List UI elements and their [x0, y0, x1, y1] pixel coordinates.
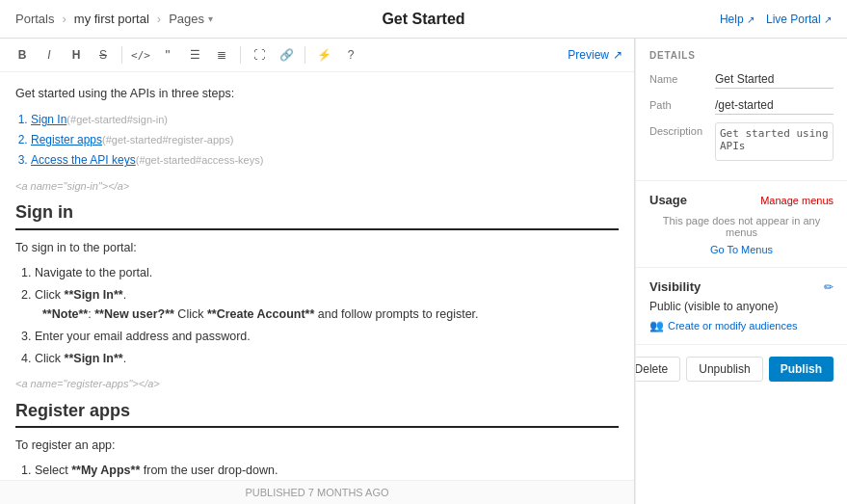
italic-button[interactable]: I [39, 44, 60, 66]
list-item: Register apps(#get-started#register-apps… [31, 131, 619, 149]
manage-menus-link[interactable]: Manage menus [760, 195, 834, 206]
details-section-label: DETAILS [649, 50, 834, 61]
toolbar-separator-3 [304, 46, 305, 64]
actions-section: Delete Unpublish Publish [636, 345, 847, 393]
list-item: Click **Sign In**. **Note**: **New user?… [35, 285, 619, 324]
audience-link[interactable]: 👥 Create or modify audiences [649, 319, 834, 332]
usage-section: Usage Manage menus This page does not ap… [636, 181, 847, 268]
pages-dropdown[interactable]: Pages ▾ [169, 12, 213, 26]
description-textarea[interactable]: Get started using APIs [715, 122, 834, 161]
toolbar-separator-2 [240, 46, 241, 64]
edit-icon[interactable]: ✏ [824, 280, 834, 294]
description-field-row: Description Get started using APIs [649, 122, 834, 161]
path-input[interactable] [715, 96, 834, 115]
list-item: Enter your email address and password. [35, 327, 619, 346]
register-apps-intro: To register an app: [15, 436, 619, 455]
list-item: Navigate to the portal. [35, 263, 619, 282]
strikethrough-button[interactable]: S [93, 44, 114, 66]
usage-empty-text: This page does not appear in any menus [649, 215, 834, 238]
heading-button[interactable]: H [66, 44, 87, 66]
list-item: Click **Sign In**. [35, 349, 619, 368]
editor-toolbar: B I H S </> " ☰ ≣ ⛶ 🔗 ⚡ ? Preview ↗ [0, 39, 634, 72]
name-label: Name [649, 70, 707, 85]
visibility-header: Visibility ✏ [649, 279, 834, 294]
page-title-nav: Get Started [382, 11, 464, 28]
code-button[interactable]: </> [130, 44, 151, 66]
publish-button[interactable]: Publish [769, 357, 834, 382]
description-label: Description [649, 122, 707, 137]
list-item: Sign In(#get-started#sign-in) [31, 111, 619, 129]
link-button[interactable]: 🔗 [276, 44, 297, 66]
portal-name: my first portal [74, 12, 149, 26]
preview-icon: ↗ [613, 48, 622, 62]
quote-button[interactable]: " [157, 44, 178, 66]
live-portal-link[interactable]: Live Portal ↗ [766, 13, 832, 26]
portals-link[interactable]: Portals [15, 12, 54, 26]
toolbar-separator [121, 46, 122, 64]
lightning-button[interactable]: ⚡ [313, 44, 334, 66]
sign-in-heading: Sign in [15, 199, 619, 230]
bold-button[interactable]: B [12, 44, 33, 66]
help-button[interactable]: ? [340, 44, 361, 66]
path-field-row: Path [649, 96, 834, 115]
anchor-register-apps: <a name="register-apps"></a> [15, 376, 619, 393]
go-to-menus-link[interactable]: Go To Menus [649, 244, 834, 255]
help-link[interactable]: Help ↗ [720, 13, 754, 26]
name-input[interactable] [715, 70, 834, 89]
steps-list: Sign In(#get-started#sign-in) Register a… [31, 111, 619, 171]
sign-in-intro: To sign in to the portal: [15, 238, 619, 257]
dropdown-arrow-icon: ▾ [208, 13, 213, 24]
path-label: Path [649, 96, 707, 111]
breadcrumb: Portals › my first portal › Pages ▾ [15, 12, 213, 26]
intro-text: Get started using the APIs in three step… [15, 84, 619, 103]
top-nav-right: Help ↗ Live Portal ↗ [720, 13, 832, 26]
external-link-icon: ↗ [824, 14, 832, 25]
register-apps-steps: Select **My Apps** from the user drop-do… [35, 461, 619, 480]
register-apps-heading: Register apps [15, 397, 619, 429]
list-item: Access the API keys(#get-started#access-… [31, 151, 619, 170]
ordered-list-button[interactable]: ≣ [211, 44, 232, 66]
main-layout: B I H S </> " ☰ ≣ ⛶ 🔗 ⚡ ? Preview ↗ Get … [0, 39, 847, 504]
top-nav: Portals › my first portal › Pages ▾ Get … [0, 0, 847, 39]
details-panel: DETAILS Name Path Description Get starte… [635, 39, 847, 504]
visibility-value: Public (visible to anyone) [649, 300, 834, 313]
usage-header: Usage Manage menus [649, 193, 834, 207]
pages-label: Pages [169, 12, 204, 26]
image-button[interactable]: ⛶ [249, 44, 270, 66]
editor-panel: B I H S </> " ☰ ≣ ⛶ 🔗 ⚡ ? Preview ↗ Get … [0, 39, 635, 504]
visibility-section: Visibility ✏ Public (visible to anyone) … [636, 268, 847, 345]
unordered-list-button[interactable]: ☰ [184, 44, 205, 66]
editor-content[interactable]: Get started using the APIs in three step… [0, 72, 634, 480]
details-section: DETAILS Name Path Description Get starte… [636, 39, 847, 181]
list-item: Select **My Apps** from the user drop-do… [35, 461, 619, 480]
sign-in-steps: Navigate to the portal. Click **Sign In*… [35, 263, 619, 368]
unpublish-button[interactable]: Unpublish [686, 357, 762, 382]
audience-icon: 👥 [649, 319, 664, 332]
published-bar: PUBLISHED 7 MONTHS AGO [0, 480, 634, 504]
anchor-sign-in: <a name="sign-in"></a> [15, 178, 619, 196]
delete-button[interactable]: Delete [635, 357, 680, 382]
external-link-icon: ↗ [747, 14, 754, 25]
usage-title: Usage [649, 193, 687, 207]
visibility-title: Visibility [649, 279, 701, 294]
preview-button[interactable]: Preview ↗ [568, 48, 622, 62]
name-field-row: Name [649, 70, 834, 89]
